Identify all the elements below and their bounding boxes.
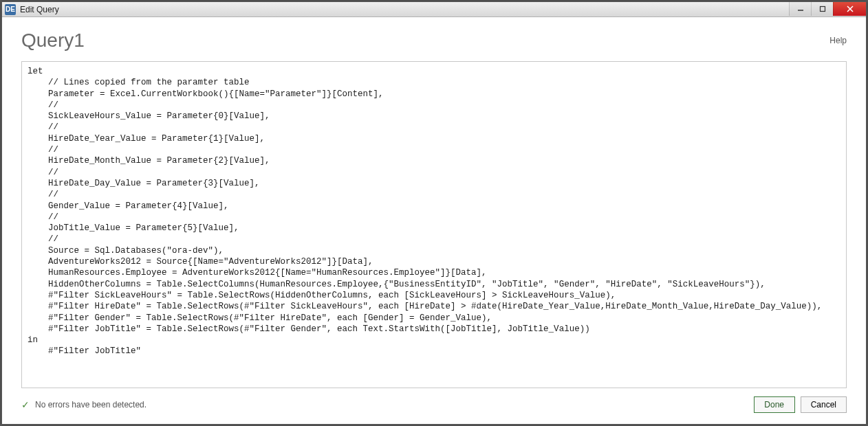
window-controls xyxy=(789,2,866,16)
header-row: Query1 Help xyxy=(21,30,847,52)
status-message-container: ✓ No errors have been detected. xyxy=(21,399,147,410)
edit-query-window: DE Edit Query Query1 Help let // Lines c… xyxy=(1,1,867,425)
help-link[interactable]: Help xyxy=(829,36,847,45)
content-area: Query1 Help let // Lines copied from the… xyxy=(2,17,866,424)
status-message: No errors have been detected. xyxy=(35,400,147,410)
dialog-buttons: Done Cancel xyxy=(754,396,847,413)
close-icon xyxy=(847,5,854,12)
minimize-icon xyxy=(797,5,804,12)
titlebar[interactable]: DE Edit Query xyxy=(2,2,866,17)
close-button[interactable] xyxy=(833,2,866,16)
cancel-button[interactable]: Cancel xyxy=(801,396,847,413)
page-title: Query1 xyxy=(21,30,85,52)
maximize-icon xyxy=(819,5,826,12)
done-button[interactable]: Done xyxy=(754,396,795,413)
window-title: Edit Query xyxy=(20,5,59,14)
query-editor[interactable]: let // Lines copied from the paramter ta… xyxy=(21,61,847,388)
status-row: ✓ No errors have been detected. Done Can… xyxy=(21,395,847,414)
svg-rect-1 xyxy=(820,7,825,12)
check-icon: ✓ xyxy=(21,399,30,410)
minimize-button[interactable] xyxy=(789,2,811,16)
app-icon: DE xyxy=(5,4,16,15)
maximize-button[interactable] xyxy=(811,2,833,16)
